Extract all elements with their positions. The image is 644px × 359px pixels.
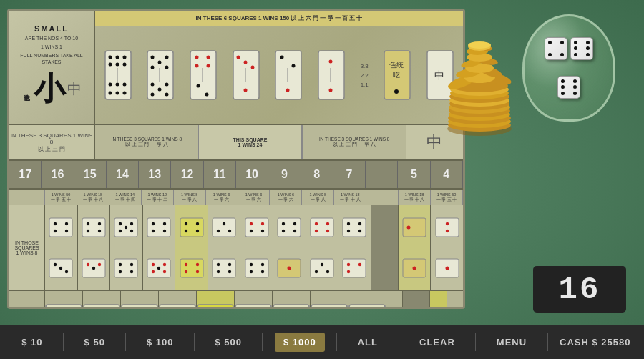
num-11[interactable]: 11 <box>204 161 236 188</box>
tile-14-bot[interactable] <box>114 258 138 278</box>
tile-11-top[interactable] <box>212 217 236 237</box>
tile-16-bot[interactable] <box>49 258 73 278</box>
svg-rect-100 <box>180 259 203 277</box>
domino-tile-3[interactable] <box>190 50 217 100</box>
tile-16-top[interactable] <box>49 217 73 237</box>
domino-tile-1[interactable] <box>104 50 132 100</box>
svg-point-78 <box>130 229 133 232</box>
bottom-col-13[interactable] <box>159 291 197 309</box>
bet-1000-button[interactable]: $ 1000 <box>275 333 325 352</box>
svg-point-7 <box>122 63 126 67</box>
tile-8-bot[interactable] <box>310 258 334 278</box>
domino-tile-6[interactable] <box>318 50 345 100</box>
tile-13-top[interactable] <box>147 217 171 237</box>
svg-point-80 <box>119 262 122 265</box>
tile-5-top[interactable] <box>402 217 426 237</box>
clear-button[interactable]: CLEAR <box>411 333 464 352</box>
tile-4-top[interactable] <box>435 217 459 237</box>
tile-9-top[interactable] <box>277 217 301 237</box>
domino-tile-2[interactable] <box>147 50 174 100</box>
domino-tile-4[interactable] <box>233 50 260 100</box>
tile-15-top[interactable] <box>82 217 106 237</box>
bottom-col-4[interactable] <box>447 291 463 309</box>
big-tile-14[interactable] <box>121 304 158 309</box>
bet-100-button[interactable]: $ 100 <box>138 333 182 352</box>
col-7[interactable] <box>338 205 371 290</box>
bottom-col-7[interactable] <box>386 291 403 309</box>
num-14[interactable]: 14 <box>107 161 139 188</box>
tile-10-top[interactable] <box>245 217 269 237</box>
tile-10-bot[interactable] <box>245 258 269 278</box>
this-square-section[interactable]: THIS SQUARE 1 WINS 24 <box>199 125 303 159</box>
bottom-col-9[interactable] <box>311 291 348 309</box>
pip <box>586 46 590 50</box>
svg-point-23 <box>158 88 162 92</box>
big-tile-11[interactable] <box>235 304 272 309</box>
bottom-col-16[interactable] <box>45 291 83 309</box>
tile-7-bot[interactable] <box>342 258 366 278</box>
num-8[interactable]: 8 <box>301 161 333 188</box>
col-5-yellow[interactable] <box>399 205 431 290</box>
num-17[interactable]: 17 <box>9 161 42 188</box>
num-9[interactable]: 9 <box>268 161 301 188</box>
pip <box>574 41 577 44</box>
col-4[interactable] <box>431 205 463 290</box>
bottom-col-15[interactable] <box>83 291 121 309</box>
toolbar: $ 10 $ 50 $ 100 $ 500 $ 1000 ALL CLEAR M… <box>0 325 644 359</box>
tile-12-top[interactable] <box>180 217 204 237</box>
bottom-col-8[interactable] <box>348 291 386 309</box>
bottom-col-10[interactable] <box>273 291 311 309</box>
num-5[interactable]: 5 <box>398 161 430 188</box>
num-13[interactable]: 13 <box>139 161 171 188</box>
bottom-col-11[interactable] <box>235 291 273 309</box>
tile-12-bot[interactable] <box>180 258 204 278</box>
tile-4-bot[interactable] <box>435 258 459 278</box>
num-15[interactable]: 15 <box>74 161 107 188</box>
bet-10-button[interactable]: $ 10 <box>13 333 51 352</box>
tile-11-bot[interactable] <box>212 258 236 278</box>
domino-tile-gold[interactable]: 色統 吃 <box>384 50 411 100</box>
col-8[interactable] <box>306 205 339 290</box>
big-tile-9[interactable] <box>311 304 348 309</box>
svg-point-21 <box>151 83 155 87</box>
big-tile-16[interactable] <box>45 304 82 309</box>
big-tile-15[interactable] <box>83 304 120 309</box>
big-tile-12[interactable] <box>197 304 234 309</box>
tile-7-top[interactable] <box>342 217 366 237</box>
col-16[interactable] <box>45 205 78 290</box>
bottom-col-5-yellow[interactable] <box>430 291 447 309</box>
col-9[interactable] <box>273 205 306 290</box>
bottom-col-12-yellow[interactable] <box>197 291 235 309</box>
tile-9-bot[interactable] <box>277 258 301 278</box>
dice-cup[interactable] <box>522 14 615 122</box>
col-11[interactable] <box>208 205 241 290</box>
tile-5-bot[interactable] <box>402 258 426 278</box>
bet-all-button[interactable]: ALL <box>349 333 386 352</box>
tile-13-bot[interactable] <box>147 258 171 278</box>
domino-tile-5[interactable] <box>275 50 302 100</box>
col-13[interactable] <box>143 205 176 290</box>
big-tile-10[interactable] <box>273 304 310 309</box>
svg-point-92 <box>157 266 160 269</box>
num-7[interactable]: 7 <box>333 161 366 188</box>
col-14[interactable] <box>110 205 143 290</box>
menu-button[interactable]: MENU <box>488 333 535 352</box>
col-10[interactable] <box>240 205 273 290</box>
svg-point-93 <box>152 270 155 272</box>
col-15[interactable] <box>78 205 111 290</box>
num-16[interactable]: 16 <box>42 161 74 188</box>
tile-15-bot[interactable] <box>82 258 106 278</box>
svg-point-134 <box>315 229 318 232</box>
big-tile-13[interactable] <box>159 304 196 309</box>
num-12[interactable]: 12 <box>171 161 203 188</box>
col-12-yellow[interactable] <box>175 205 208 290</box>
svg-point-133 <box>326 222 329 225</box>
tile-14-top[interactable] <box>114 217 138 237</box>
bet-50-button[interactable]: $ 50 <box>76 333 114 352</box>
bet-500-button[interactable]: $ 500 <box>206 333 250 352</box>
tile-8-top[interactable] <box>310 217 334 237</box>
bottom-col-14[interactable] <box>121 291 159 309</box>
num-10[interactable]: 10 <box>236 161 268 188</box>
big-tile-8[interactable] <box>348 304 386 309</box>
num-4[interactable]: 4 <box>431 161 463 188</box>
